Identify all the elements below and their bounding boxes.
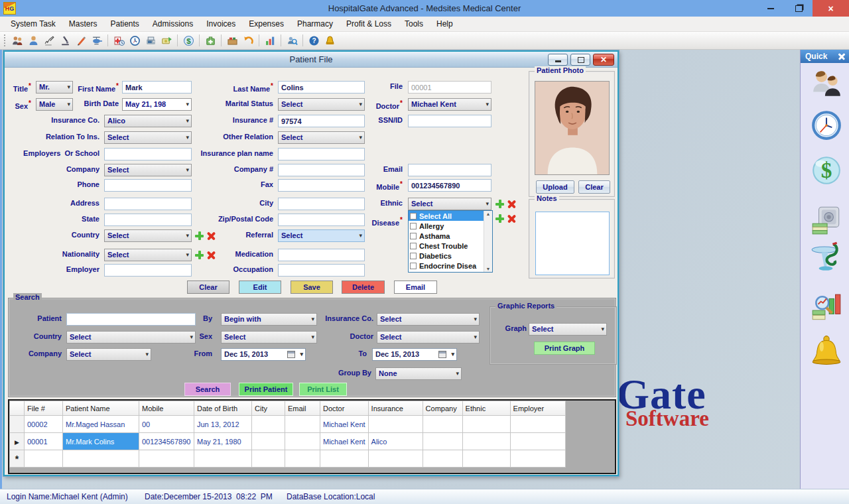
grid-cell[interactable]: Alico	[368, 433, 423, 450]
grid-cell[interactable]	[194, 450, 252, 468]
search-insurance_co-select[interactable]: Select	[377, 313, 480, 326]
chart-icon[interactable]	[262, 32, 278, 48]
print-list-button[interactable]: Print List	[299, 383, 347, 396]
email-input[interactable]	[408, 164, 491, 176]
other_relation-select[interactable]: Select	[278, 131, 365, 144]
edit-button[interactable]: Edit	[239, 281, 281, 294]
ethnic-select[interactable]: Select	[408, 198, 491, 210]
print-patient-button[interactable]: Print Patient	[239, 383, 293, 396]
clock-icon[interactable]	[810, 108, 843, 143]
menu-item-patients[interactable]: Patients	[104, 17, 146, 31]
disease-scrollbar[interactable]: ▲▼	[484, 211, 492, 272]
grid-column-header-doctor[interactable]: Doctor	[320, 401, 369, 416]
disease-option-chest-trouble[interactable]: Chest Trouble	[409, 241, 484, 251]
disease-option-select-all[interactable]: Select All	[409, 211, 484, 221]
grid-column-header-ethnic[interactable]: Ethnic	[462, 401, 510, 416]
graph-select[interactable]: Select	[529, 323, 607, 336]
grid-cell[interactable]: Mr.Maged Hassan	[63, 416, 139, 433]
grid-cell[interactable]: 00002	[25, 416, 63, 433]
checkbox[interactable]	[410, 223, 417, 229]
grid-cell[interactable]	[285, 433, 320, 450]
disease-option-diabetics[interactable]: Diabetics	[409, 251, 484, 261]
file-input[interactable]	[408, 81, 491, 94]
grid-column-header-employer[interactable]: Employer	[510, 401, 565, 416]
signature-icon[interactable]	[41, 32, 57, 48]
pen-icon[interactable]	[73, 32, 89, 48]
grid-cell[interactable]	[25, 450, 63, 468]
patient-icon[interactable]	[25, 32, 41, 48]
grid-cell[interactable]	[252, 433, 285, 450]
grid-column-header-company[interactable]: Company	[423, 401, 462, 416]
grid-cell[interactable]	[462, 416, 510, 433]
disease-add-icon[interactable]	[495, 214, 504, 223]
patient-window-maximize-button[interactable]	[570, 54, 590, 66]
menu-item-system-task[interactable]: System Task	[4, 17, 62, 31]
schedule-icon[interactable]	[111, 32, 127, 48]
grid-cell[interactable]	[285, 450, 320, 468]
disease-option-endocrine-disea[interactable]: Endocrine Disea	[409, 261, 484, 271]
grid-cell[interactable]	[510, 433, 565, 450]
search-button[interactable]: Search	[184, 383, 231, 396]
menu-item-help[interactable]: Help	[430, 17, 460, 31]
grid-cell[interactable]	[423, 433, 462, 450]
ethnic-add-icon[interactable]	[495, 200, 504, 208]
grid-cell[interactable]	[368, 450, 423, 468]
menu-item-invoices[interactable]: Invoices	[200, 17, 242, 31]
menu-item-masters[interactable]: Masters	[62, 17, 104, 31]
payment-icon[interactable]	[159, 32, 174, 48]
grid-cell[interactable]	[423, 416, 462, 433]
restore-button[interactable]	[785, 0, 813, 17]
clear-button[interactable]: Clear	[187, 281, 229, 294]
ethnic-delete-icon[interactable]	[507, 200, 516, 208]
help-icon[interactable]: ?	[306, 32, 322, 48]
checkbox[interactable]	[410, 263, 417, 269]
doctor-select[interactable]: Michael Kent	[408, 98, 491, 111]
save-button[interactable]: Save	[291, 281, 333, 294]
dollar-icon[interactable]: $	[180, 32, 196, 48]
quick-panel-close-icon[interactable]	[836, 51, 847, 62]
grid-column-header-city[interactable]: City	[252, 401, 285, 416]
email-button[interactable]: Email	[394, 281, 437, 294]
menu-item-tools[interactable]: Tools	[398, 17, 430, 31]
disease-delete-icon[interactable]	[507, 214, 516, 223]
patients-icon[interactable]	[9, 32, 25, 48]
microscope-icon[interactable]	[57, 32, 73, 48]
grid-cell[interactable]	[510, 450, 565, 468]
checkbox[interactable]	[410, 243, 417, 249]
pharmacy-icon[interactable]	[810, 239, 843, 274]
scroll-down-icon[interactable]: ▼	[484, 267, 492, 271]
disease-option-asthama[interactable]: Asthama	[409, 231, 484, 241]
upload-photo-button[interactable]: Upload	[536, 180, 574, 194]
grid-cell[interactable]: 00001	[25, 433, 63, 450]
grid-cell[interactable]	[462, 433, 510, 450]
current-row-indicator[interactable]: ▶	[10, 433, 25, 450]
fax-icon[interactable]	[143, 32, 159, 48]
notes-textarea[interactable]	[535, 212, 610, 275]
menu-item-profit-loss[interactable]: Profit & Loss	[340, 17, 398, 31]
grid-column-header[interactable]	[10, 401, 25, 416]
grid-column-header-email[interactable]: Email	[285, 401, 320, 416]
minimize-button[interactable]	[757, 0, 785, 17]
scroll-up-icon[interactable]: ▲	[484, 212, 492, 216]
row-header[interactable]	[10, 416, 25, 433]
menu-item-expenses[interactable]: Expenses	[242, 17, 291, 31]
grid-cell[interactable]	[63, 450, 139, 468]
reports-icon[interactable]	[810, 291, 843, 326]
grid-cell[interactable]	[252, 416, 285, 433]
delete-button[interactable]: Delete	[342, 281, 385, 294]
reminder-icon[interactable]	[810, 334, 843, 368]
search-to-datepicker[interactable]: Dec 15, 2013	[372, 348, 457, 361]
grid-cell[interactable]	[462, 450, 510, 468]
grid-column-header-insurance[interactable]: Insurance	[368, 401, 423, 416]
grid-cell[interactable]: Michael Kent	[320, 433, 369, 450]
grid-cell[interactable]: Mr.Mark Colins	[63, 433, 139, 450]
grid-column-header-mobile[interactable]: Mobile	[139, 401, 194, 416]
grid-cell[interactable]	[139, 450, 194, 468]
undo-icon[interactable]	[240, 32, 256, 48]
grid-cell[interactable]: May 21, 1980	[194, 433, 252, 450]
disease-option-allergy[interactable]: Allergy	[409, 221, 484, 231]
search-doctor-select[interactable]: Select	[377, 331, 480, 344]
patients-icon[interactable]	[810, 67, 843, 101]
grid-cell[interactable]	[285, 416, 320, 433]
grid-cell[interactable]: 00	[139, 416, 194, 433]
